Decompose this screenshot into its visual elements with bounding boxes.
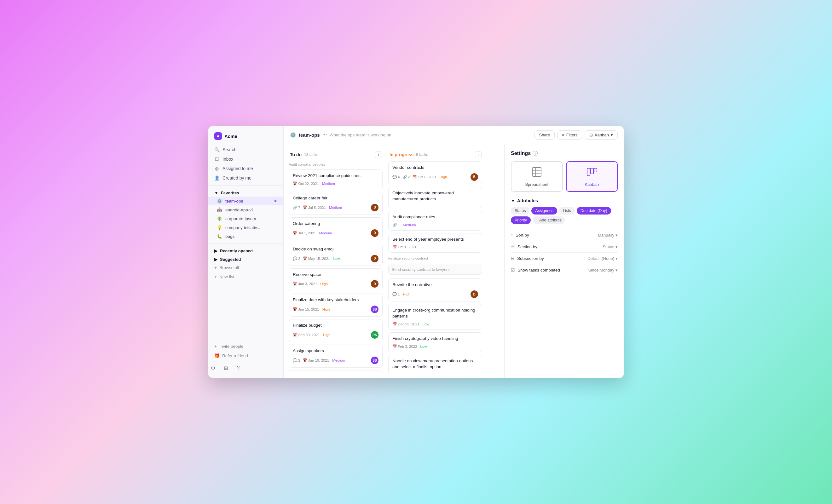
favorites-header[interactable]: ▼ Favorites: [208, 188, 283, 196]
todo-card-9[interactable]: Compile guest list 📅 Jun 22, 2021 Low SS: [289, 370, 383, 373]
subsection-by-value[interactable]: Default (None) ▾: [588, 256, 618, 261]
sidebar-item-created[interactable]: 👤 Created by me: [208, 173, 283, 183]
corporate-icon: ✳️: [217, 216, 222, 221]
sidebar-item-search[interactable]: 🔍 Search: [208, 145, 283, 154]
card-meta: 🔗 1 Medium: [392, 223, 478, 227]
attr-due-date[interactable]: Due date (Day): [577, 207, 611, 214]
inprogress-card-3[interactable]: Audit compliance rules 🔗 1 Medium: [388, 211, 482, 231]
section-icon: ☰: [511, 244, 515, 249]
company-logo[interactable]: A Acme: [208, 131, 283, 145]
todo-card-2[interactable]: College career fair 🔗 7 📅 Jul 8, 2021 Me…: [289, 192, 383, 215]
sort-icon: ↕: [511, 233, 513, 238]
topbar-subtitle: What the ops team is working on: [330, 133, 391, 137]
new-list-item[interactable]: + New list: [208, 272, 283, 281]
sidebar-item-company[interactable]: 💡 company-initiativ...: [208, 223, 283, 232]
inprogress-card-4[interactable]: Select end of year employee presents 📅 O…: [388, 233, 482, 253]
card-date: 📅 Feb 3, 2022: [392, 344, 417, 349]
sidebar-item-bugs[interactable]: 🐛 bugs: [208, 232, 283, 241]
invite-people-item[interactable]: + Invite people: [208, 342, 283, 351]
todo-card-5[interactable]: Reserve space 📅 Jun 3, 2021 High D: [289, 268, 383, 291]
sidebar-item-inbox[interactable]: ☐ Inbox: [208, 154, 283, 164]
assigned-icon: ◎: [214, 166, 219, 171]
share-button[interactable]: Share: [534, 130, 555, 139]
card-priority: High: [439, 175, 448, 179]
suggested-header[interactable]: ▶ Suggested: [208, 255, 283, 263]
card-priority: High: [322, 333, 331, 337]
invite-label: Invite people: [219, 344, 243, 349]
attr-priority[interactable]: Priority: [511, 216, 531, 224]
inprogress-card-8[interactable]: Noodle on view menu presentation options…: [388, 355, 482, 373]
section-by-chevron: ▾: [616, 244, 618, 249]
inprogress-card-7[interactable]: Finish cryptography video handling 📅 Feb…: [388, 332, 482, 352]
todo-card-7[interactable]: Finalize budget 📅 Sep 30, 2021 High RS: [289, 319, 383, 342]
sidebar-item-corporate[interactable]: ✳️ corporate-ipsum: [208, 214, 283, 223]
todo-card-3[interactable]: Order catering 📅 Jul 1, 2021 Medium D: [289, 217, 383, 240]
inprogress-card-6[interactable]: Engage in cross-org communication holdin…: [388, 304, 482, 330]
show-tasks-label-group: ☑ Show tasks completed: [511, 267, 560, 272]
browse-all-item[interactable]: + Browse all: [208, 263, 283, 272]
sidebar-corporate-label: corporate-ipsum: [225, 216, 256, 221]
show-tasks-value[interactable]: Since Monday ▾: [589, 268, 618, 272]
card-date: 📅 Dec 23, 2021: [392, 322, 419, 326]
inprogress-column-header: In progress 9 tasks +: [388, 149, 483, 161]
svg-rect-7: [594, 168, 597, 172]
sort-by-value-text: Manually: [598, 233, 614, 238]
sidebar-item-android[interactable]: 🤖 android-app-v1: [208, 205, 283, 214]
kanban-button[interactable]: ⊞ Kanban ▾: [584, 130, 618, 139]
sidebar-android-label: android-app-v1: [225, 208, 254, 212]
card-avatar: D: [371, 255, 379, 262]
todo-card-6[interactable]: Finalize date with key stakeholders 📅 Ju…: [289, 294, 383, 317]
company-avatar: A: [214, 132, 222, 140]
attr-lists[interactable]: Lists: [559, 207, 575, 214]
todo-card-1[interactable]: Review 2021 compliance guidelines 📅 Oct …: [289, 169, 383, 189]
attr-assignees[interactable]: Assignees: [531, 207, 557, 214]
inprogress-card-2[interactable]: Objectively innovate empowered manufactu…: [388, 187, 482, 208]
inprogress-card-5[interactable]: Rewrite the narrative 💬 1 High D: [388, 278, 482, 301]
attributes-chevron: ▼: [511, 198, 515, 203]
kanban-view-label: Kanban: [584, 182, 599, 187]
sidebar-divider-2: [208, 243, 283, 243]
card-comments: 💬 2: [293, 358, 300, 363]
security-section-label: Finalize security contract: [388, 255, 482, 261]
inprogress-count: 9 tasks: [416, 153, 428, 157]
attributes-header[interactable]: ▼ Attributes: [511, 198, 618, 203]
sort-by-row: ↕ Sort by Manually ▾: [511, 229, 618, 241]
sort-by-label: Sort by: [516, 233, 529, 238]
card-priority: Low: [422, 322, 430, 326]
sidebar-divider-1: [208, 185, 283, 186]
settings-button[interactable]: ⚙: [208, 363, 218, 373]
sidebar-item-assigned[interactable]: ◎ Assigned to me: [208, 164, 283, 173]
card-title: Order catering: [293, 221, 379, 227]
card-meta: 💬 4 🔗 2 📅 Oct 8, 2021 High B: [392, 173, 478, 181]
new-list-plus: +: [214, 274, 217, 279]
filters-button[interactable]: ≡ Filters: [557, 130, 582, 139]
show-tasks-label: Show tasks completed: [518, 268, 560, 272]
help-button[interactable]: ?: [233, 363, 243, 373]
todo-card-8[interactable]: Assign speakers 💬 2 📅 Jun 19, 2021 Mediu…: [289, 345, 383, 368]
card-priority: Medium: [329, 205, 343, 210]
sub-card-security[interactable]: Send security contract to lawyers: [388, 265, 482, 275]
add-attribute-button[interactable]: + Add attribute: [532, 216, 565, 224]
todo-card-4[interactable]: Decide on swag emoji 💬 2 📅 May 15, 2021 …: [289, 243, 383, 266]
svg-rect-5: [587, 168, 590, 176]
topbar-more-button[interactable]: ···: [322, 132, 327, 138]
card-title: Reserve space: [293, 272, 379, 278]
sidebar-item-team-ops[interactable]: ⚙️ team-ops ★: [208, 196, 283, 205]
spreadsheet-view-option[interactable]: Spreadsheet: [511, 161, 563, 192]
sub-card-title: Send security contract to lawyers: [392, 267, 479, 272]
favorites-chevron: ▼: [214, 191, 218, 195]
sort-by-value[interactable]: Manually ▾: [598, 233, 618, 238]
card-priority: Medium: [332, 358, 346, 363]
recently-opened-header[interactable]: ▶ Recently opened: [208, 246, 283, 255]
todo-add-button[interactable]: +: [375, 151, 382, 158]
refer-friend-item[interactable]: 🎁 Refer a friend: [208, 351, 283, 360]
kanban-view-option[interactable]: Kanban: [566, 161, 618, 192]
section-by-value[interactable]: Status ▾: [603, 244, 618, 249]
inprogress-add-button[interactable]: +: [475, 151, 482, 158]
kanban-label: Kanban: [595, 133, 609, 137]
card-avatar: B: [470, 173, 478, 181]
attr-status[interactable]: Status: [511, 207, 529, 214]
checkbox-icon: ☑: [511, 267, 515, 272]
add-button[interactable]: ⊞: [220, 363, 231, 373]
inprogress-card-1[interactable]: Vendor contracts 💬 4 🔗 2 📅 Oct 8, 2021 H…: [388, 161, 482, 184]
